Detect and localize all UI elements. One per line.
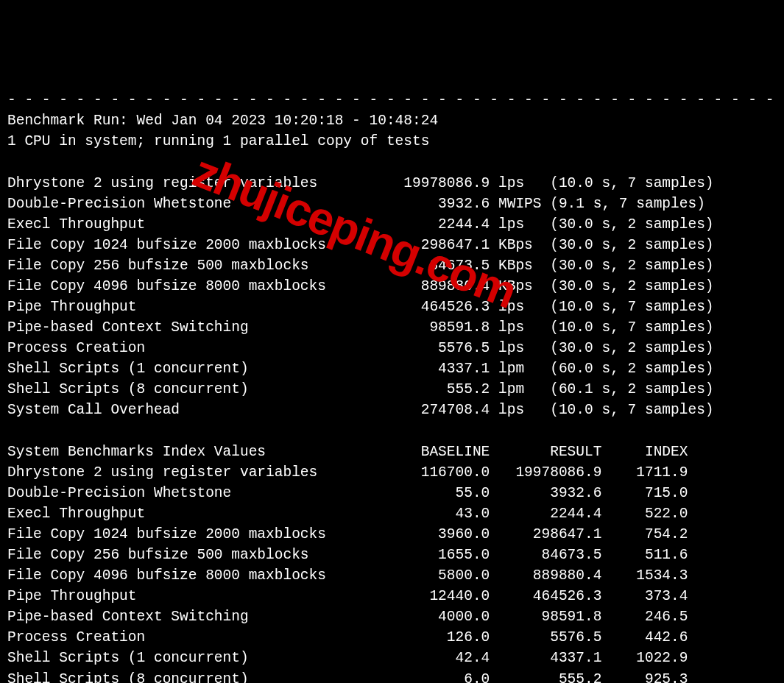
benchmark-terminal-output: - - - - - - - - - - - - - - - - - - - - … [7,90,777,683]
